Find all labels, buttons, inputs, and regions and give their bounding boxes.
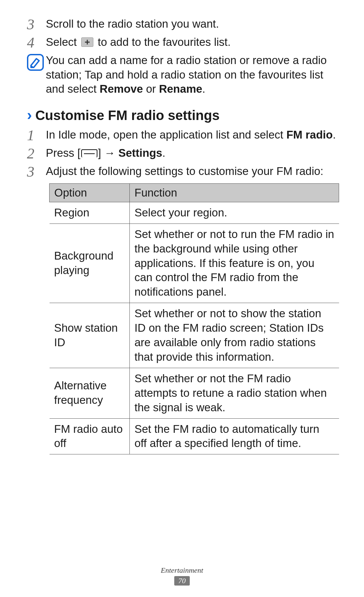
table-row: Alternative frequency Set whether or not… bbox=[50, 368, 339, 418]
header-option: Option bbox=[50, 183, 130, 202]
cell-function: Set whether or not to show the station I… bbox=[130, 303, 339, 368]
step-number: 3 bbox=[27, 164, 46, 180]
step-text: Scroll to the radio station you want. bbox=[46, 17, 337, 31]
text-fragment: . bbox=[162, 147, 165, 159]
step-text: Press [] → Settings. bbox=[46, 146, 337, 160]
step-row: 4 Select to add to the favourites list. bbox=[27, 35, 337, 51]
header-function: Function bbox=[130, 183, 339, 202]
table-header-row: Option Function bbox=[50, 183, 339, 202]
cell-function: Select your region. bbox=[130, 202, 339, 223]
bold-text: Rename bbox=[159, 83, 202, 95]
cell-option: Show station ID bbox=[50, 303, 130, 368]
step-row: 2 Press [] → Settings. bbox=[27, 146, 337, 161]
step-number: 4 bbox=[27, 35, 46, 51]
step-row: 3 Scroll to the radio station you want. bbox=[27, 17, 337, 32]
step-number: 3 bbox=[27, 17, 46, 32]
bold-text: Settings bbox=[118, 147, 162, 159]
text-fragment: . bbox=[202, 83, 205, 95]
manual-page: 3 Scroll to the radio station you want. … bbox=[0, 0, 364, 597]
settings-table: Option Function Region Select your regio… bbox=[49, 183, 339, 455]
chevron-right-icon: › bbox=[27, 108, 32, 122]
cell-function: Set the FM radio to automatically turn o… bbox=[130, 418, 339, 454]
step-number: 2 bbox=[27, 146, 46, 161]
cell-option: Alternative frequency bbox=[50, 368, 130, 418]
text-fragment: Press [ bbox=[46, 147, 81, 159]
cell-function: Set whether or not the FM radio attempts… bbox=[130, 368, 339, 418]
section-heading: › Customise FM radio settings bbox=[27, 108, 337, 123]
menu-button-icon bbox=[81, 149, 97, 157]
table-row: Show station ID Set whether or not to sh… bbox=[50, 303, 339, 368]
text-fragment: ] → bbox=[98, 147, 119, 159]
bold-text: Remove bbox=[100, 83, 143, 95]
note-icon-col bbox=[27, 53, 46, 72]
bold-text: FM radio bbox=[286, 128, 333, 141]
cell-option: Region bbox=[50, 202, 130, 223]
text-fragment: In Idle mode, open the application list … bbox=[46, 128, 286, 141]
note-icon bbox=[27, 54, 44, 71]
text-fragment: to add to the favourites list. bbox=[98, 36, 231, 48]
text-fragment: . bbox=[333, 128, 336, 141]
table-row: Region Select your region. bbox=[50, 202, 339, 223]
page-footer: Entertainment 70 bbox=[0, 566, 364, 586]
step-number: 1 bbox=[27, 128, 46, 143]
page-number: 70 bbox=[174, 576, 190, 586]
table-row: FM radio auto off Set the FM radio to au… bbox=[50, 418, 339, 454]
section-title: Customise FM radio settings bbox=[35, 108, 220, 123]
plus-icon bbox=[81, 37, 93, 47]
note-text: You can add a name for a radio station o… bbox=[46, 53, 337, 96]
text-fragment: Adjust the following settings to customi… bbox=[46, 165, 324, 177]
cell-function: Set whether or not to run the FM radio i… bbox=[130, 223, 339, 303]
cell-option: Background playing bbox=[50, 223, 130, 303]
table-row: Background playing Set whether or not to… bbox=[50, 223, 339, 303]
cell-option: FM radio auto off bbox=[50, 418, 130, 454]
step-text: In Idle mode, open the application list … bbox=[46, 128, 337, 142]
text-fragment: Select bbox=[46, 36, 80, 48]
step-text: Select to add to the favourites list. bbox=[46, 35, 337, 49]
note-block: You can add a name for a radio station o… bbox=[27, 53, 337, 96]
step-text: Adjust the following settings to customi… bbox=[46, 164, 339, 454]
step-row: 3 Adjust the following settings to custo… bbox=[27, 164, 337, 454]
text-fragment: or bbox=[143, 83, 159, 95]
step-row: 1 In Idle mode, open the application lis… bbox=[27, 128, 337, 143]
footer-section-label: Entertainment bbox=[0, 566, 364, 575]
